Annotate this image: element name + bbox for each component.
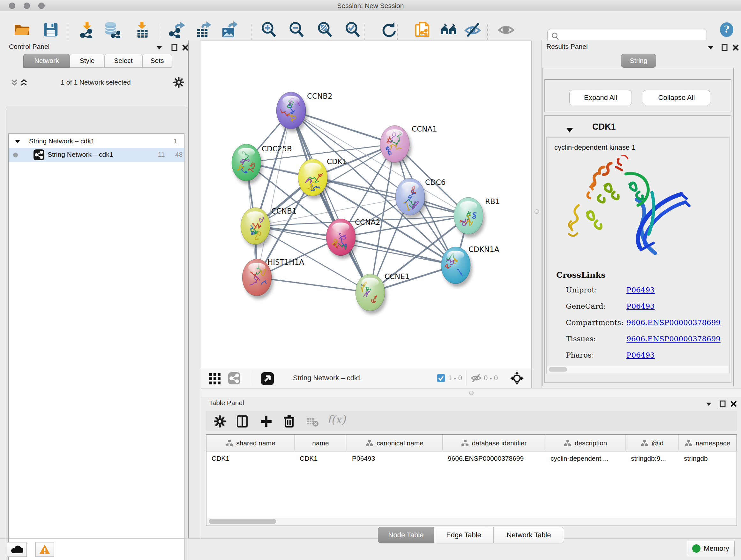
network-node-cdk1[interactable] bbox=[298, 159, 329, 199]
section-collapse-icon[interactable] bbox=[565, 126, 574, 133]
crosslink-label: Tissues: bbox=[566, 334, 596, 343]
zoom-fit-icon[interactable] bbox=[317, 21, 333, 38]
network-node-cdc25b[interactable] bbox=[232, 144, 263, 184]
expand-all-button[interactable]: Expand All bbox=[569, 90, 632, 105]
selected-items-icon[interactable] bbox=[436, 374, 446, 382]
scrollbar-thumb[interactable] bbox=[209, 519, 276, 524]
network-edge[interactable] bbox=[257, 277, 370, 293]
show-all-icon[interactable] bbox=[498, 21, 515, 38]
warning-icon bbox=[39, 544, 51, 555]
cloud-status-button[interactable] bbox=[7, 542, 27, 557]
network-canvas[interactable]: CCNB2CCNA1CDC25BCDK1CDC6RB1CCNB1CCNA2CDK… bbox=[201, 40, 531, 368]
collapse-all-button[interactable]: Collapse All bbox=[643, 90, 711, 105]
column-header[interactable]: canonical name bbox=[347, 435, 443, 451]
network-edge[interactable] bbox=[341, 237, 456, 265]
panel-menu-icon[interactable] bbox=[704, 400, 713, 408]
network-collection-row[interactable]: String Network – cdk1 1 bbox=[9, 135, 184, 148]
table-horizontal-scrollbar[interactable] bbox=[207, 518, 736, 525]
network-node-ccna2[interactable] bbox=[326, 219, 357, 259]
network-node-cdkn1a[interactable] bbox=[441, 247, 472, 287]
network-node-ccna1[interactable] bbox=[380, 125, 411, 166]
divider-grip[interactable] bbox=[535, 209, 539, 214]
table-cell[interactable]: CDK1 bbox=[294, 451, 347, 466]
tree-expander-icon[interactable] bbox=[14, 138, 21, 145]
crosslink-link[interactable]: 9606.ENSP00000378699 bbox=[626, 334, 721, 343]
export-network-icon[interactable] bbox=[169, 21, 185, 38]
expand-all-icon[interactable] bbox=[19, 78, 29, 87]
import-table-file-icon[interactable] bbox=[134, 21, 151, 38]
hide-selected-icon[interactable] bbox=[464, 21, 481, 38]
network-node-ccnb2[interactable] bbox=[276, 92, 308, 132]
show-columns-icon[interactable] bbox=[235, 415, 249, 428]
birds-eye-view-icon[interactable] bbox=[261, 372, 274, 385]
network-row-selected[interactable]: String Network – cdk1 11 48 bbox=[9, 148, 184, 162]
export-table-icon[interactable] bbox=[195, 21, 211, 38]
fit-content-icon[interactable] bbox=[510, 371, 524, 385]
crosslink-link[interactable]: P06493 bbox=[626, 351, 655, 359]
table-cell[interactable]: stringdb:9... bbox=[626, 451, 679, 466]
divider-grip[interactable] bbox=[469, 391, 474, 395]
add-column-icon[interactable] bbox=[259, 415, 273, 428]
export-image-icon[interactable] bbox=[221, 21, 238, 38]
table-cell[interactable]: P06493 bbox=[347, 451, 443, 466]
memory-status-button[interactable]: Memory bbox=[687, 541, 735, 556]
table-cell[interactable]: 9606.ENSP00000378699 bbox=[443, 451, 545, 466]
help-icon[interactable]: ? bbox=[719, 22, 734, 37]
table-row[interactable]: CDK1CDK1P064939606.ENSP00000378699cyclin… bbox=[206, 451, 737, 466]
float-panel-icon[interactable] bbox=[171, 44, 179, 52]
tab-select[interactable]: Select bbox=[105, 54, 142, 68]
tab-style[interactable]: Style bbox=[70, 54, 105, 68]
column-header[interactable]: name bbox=[294, 435, 347, 451]
delete-column-icon[interactable] bbox=[282, 415, 296, 428]
first-neighbors-icon[interactable] bbox=[441, 21, 457, 38]
float-panel-icon[interactable] bbox=[719, 400, 727, 408]
network-node-rb1[interactable] bbox=[454, 197, 485, 238]
close-panel-icon[interactable] bbox=[730, 400, 738, 408]
column-header[interactable]: shared name bbox=[206, 435, 294, 451]
tab-network[interactable]: Network bbox=[23, 54, 70, 68]
import-network-database-icon[interactable] bbox=[104, 21, 120, 38]
save-session-icon[interactable] bbox=[43, 21, 59, 38]
column-header[interactable]: description bbox=[545, 435, 626, 451]
scrollbar-thumb[interactable] bbox=[549, 367, 567, 372]
panel-menu-icon[interactable] bbox=[706, 44, 715, 52]
column-header[interactable]: database identifier bbox=[443, 435, 545, 451]
warnings-button[interactable] bbox=[36, 542, 54, 557]
column-header[interactable]: namespace bbox=[679, 435, 737, 451]
left-split-divider[interactable] bbox=[188, 40, 201, 538]
crosslink-link[interactable]: P06493 bbox=[626, 286, 655, 294]
table-cell[interactable]: CDK1 bbox=[206, 451, 294, 466]
crosslink-link[interactable]: P06493 bbox=[626, 302, 655, 310]
zoom-out-icon[interactable] bbox=[288, 21, 305, 38]
tab-sets[interactable]: Sets bbox=[142, 54, 172, 68]
zoom-in-icon[interactable] bbox=[260, 21, 277, 38]
network-graph[interactable]: CCNB2CCNA1CDC25BCDK1CDC6RB1CCNB1CCNA2CDK… bbox=[201, 41, 531, 368]
column-header[interactable]: @id bbox=[626, 435, 679, 451]
copy-icon[interactable] bbox=[414, 21, 431, 38]
horizontal-split-divider[interactable] bbox=[201, 388, 741, 397]
table-cell[interactable]: stringdb bbox=[679, 451, 737, 466]
table-settings-gear-icon[interactable] bbox=[213, 415, 226, 428]
network-view-icon[interactable] bbox=[228, 372, 241, 385]
tab-string[interactable]: String bbox=[621, 54, 656, 68]
tab-network-table[interactable]: Network Table bbox=[493, 527, 564, 543]
import-network-file-icon[interactable] bbox=[79, 21, 96, 38]
network-node-ccne1[interactable] bbox=[355, 272, 387, 314]
close-panel-icon[interactable] bbox=[731, 44, 740, 52]
grid-view-icon[interactable] bbox=[209, 372, 221, 385]
collapse-all-icon[interactable] bbox=[10, 78, 19, 87]
gear-icon[interactable] bbox=[173, 77, 185, 88]
delete-table-icon bbox=[306, 415, 319, 428]
right-split-divider[interactable] bbox=[531, 40, 542, 388]
open-session-icon[interactable] bbox=[14, 21, 30, 38]
apply-layout-icon[interactable] bbox=[380, 21, 397, 38]
crosslink-link[interactable]: 9606.ENSP00000378699 bbox=[626, 318, 721, 327]
float-panel-icon[interactable] bbox=[721, 44, 729, 52]
panel-menu-icon[interactable] bbox=[155, 44, 163, 52]
tab-node-table[interactable]: Node Table bbox=[378, 527, 434, 543]
network-node-ccnb1[interactable] bbox=[241, 207, 272, 248]
table-cell[interactable]: cyclin-dependent ... bbox=[545, 451, 626, 466]
tab-edge-table[interactable]: Edge Table bbox=[434, 527, 493, 543]
results-horizontal-scrollbar[interactable] bbox=[547, 366, 729, 373]
zoom-selected-icon[interactable] bbox=[344, 21, 361, 38]
